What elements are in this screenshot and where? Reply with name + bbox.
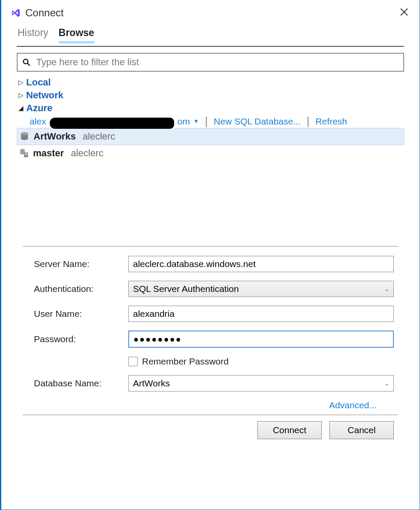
filter-input[interactable] xyxy=(35,56,399,68)
authentication-select[interactable]: SQL Server Authentication ⌄ xyxy=(128,281,394,297)
separator: | xyxy=(205,115,208,128)
redacted-account xyxy=(50,118,174,129)
azure-account-row: alexom ▼ | New SQL Database... | Refresh xyxy=(17,115,404,128)
database-name-select[interactable]: ArtWorks ⌄ xyxy=(128,375,394,392)
server-name-input[interactable] xyxy=(128,256,394,272)
password-dots: ●●●●●●●● xyxy=(133,334,182,344)
svg-line-1 xyxy=(27,64,30,66)
tab-browse[interactable]: Browse xyxy=(59,27,94,43)
user-name-label: User Name: xyxy=(34,309,128,319)
cancel-button[interactable]: Cancel xyxy=(329,421,394,439)
separator: | xyxy=(307,115,310,128)
svg-point-0 xyxy=(24,59,28,64)
expand-icon[interactable]: ▷ xyxy=(18,79,24,86)
svg-point-3 xyxy=(21,132,28,135)
database-name: ArtWorks xyxy=(33,131,76,142)
database-name-label: Database Name: xyxy=(34,378,128,389)
database-name-value: ArtWorks xyxy=(133,378,170,389)
svg-rect-7 xyxy=(25,155,27,155)
tree-label-azure: Azure xyxy=(26,103,52,114)
dialog-title: Connect xyxy=(25,7,63,19)
remember-password-checkbox[interactable] xyxy=(128,357,138,366)
account-dropdown-icon[interactable]: ▼ xyxy=(193,118,199,124)
database-server: aleclerc xyxy=(71,148,103,159)
svg-rect-6 xyxy=(25,153,27,154)
chevron-down-icon: ⌄ xyxy=(384,286,389,292)
close-icon[interactable] xyxy=(397,5,411,20)
collapse-icon[interactable]: ◢ xyxy=(18,104,24,112)
authentication-label: Authentication: xyxy=(34,284,128,294)
account-prefix: alex xyxy=(30,116,46,127)
database-icon xyxy=(20,132,29,141)
visual-studio-icon xyxy=(10,8,22,18)
password-label: Password: xyxy=(34,334,128,344)
tree-node-local[interactable]: ▷ Local xyxy=(17,76,404,89)
tree-node-network[interactable]: ▷ Network xyxy=(17,89,404,102)
database-server-icon xyxy=(19,149,29,158)
tree-label-network: Network xyxy=(26,90,63,101)
tree-label-local: Local xyxy=(26,77,51,88)
database-item-artworks[interactable]: ArtWorks aleclerc xyxy=(17,128,404,145)
database-server: aleclerc xyxy=(83,131,115,142)
database-item-master[interactable]: master aleclerc xyxy=(17,145,404,161)
expand-icon[interactable]: ▷ xyxy=(18,91,24,99)
remember-password-label[interactable]: Remember Password xyxy=(142,356,229,367)
chevron-down-icon: ⌄ xyxy=(384,380,389,387)
refresh-link[interactable]: Refresh xyxy=(315,116,347,127)
account-suffix: om xyxy=(178,116,190,127)
server-name-label: Server Name: xyxy=(34,259,128,269)
authentication-value: SQL Server Authentication xyxy=(133,284,239,294)
new-sql-database-link[interactable]: New SQL Database... xyxy=(214,116,300,127)
tabs-divider xyxy=(17,46,404,47)
search-icon xyxy=(22,58,31,67)
database-name: master xyxy=(33,148,64,159)
advanced-link[interactable]: Advanced... xyxy=(329,400,377,410)
tree-node-azure[interactable]: ◢ Azure xyxy=(17,102,404,115)
user-name-input[interactable] xyxy=(128,306,394,322)
connect-button[interactable]: Connect xyxy=(257,421,322,439)
tab-history[interactable]: History xyxy=(18,27,48,43)
filter-box xyxy=(17,53,404,72)
password-input[interactable]: ●●●●●●●● xyxy=(128,331,394,348)
